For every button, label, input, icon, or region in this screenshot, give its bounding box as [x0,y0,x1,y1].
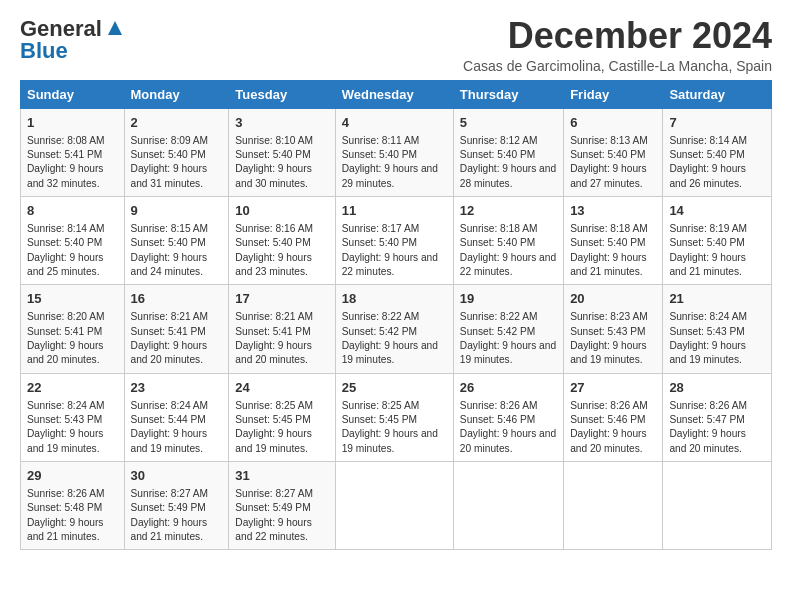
daylight-label: Daylight: 9 hours and 19 minutes. [342,340,438,365]
day-number: 3 [235,114,328,132]
logo-blue-text: Blue [20,38,68,64]
calendar-cell: 21Sunrise: 8:24 AMSunset: 5:43 PMDayligh… [663,285,772,373]
sunrise-label: Sunrise: 8:27 AM [131,488,209,499]
calendar-week-row: 1Sunrise: 8:08 AMSunset: 5:41 PMDaylight… [21,108,772,196]
daylight-label: Daylight: 9 hours and 20 minutes. [235,340,311,365]
sunrise-label: Sunrise: 8:25 AM [342,400,420,411]
daylight-label: Daylight: 9 hours and 21 minutes. [131,517,207,542]
sunset-label: Sunset: 5:40 PM [342,149,417,160]
sunrise-label: Sunrise: 8:14 AM [669,135,747,146]
sunrise-label: Sunrise: 8:26 AM [27,488,105,499]
calendar-cell: 27Sunrise: 8:26 AMSunset: 5:46 PMDayligh… [564,373,663,461]
sunset-label: Sunset: 5:40 PM [235,237,310,248]
sunrise-label: Sunrise: 8:22 AM [342,311,420,322]
calendar-cell: 26Sunrise: 8:26 AMSunset: 5:46 PMDayligh… [453,373,563,461]
day-number: 18 [342,290,447,308]
daylight-label: Daylight: 9 hours and 31 minutes. [131,163,207,188]
sunrise-label: Sunrise: 8:16 AM [235,223,313,234]
calendar-cell: 17Sunrise: 8:21 AMSunset: 5:41 PMDayligh… [229,285,335,373]
calendar-cell: 2Sunrise: 8:09 AMSunset: 5:40 PMDaylight… [124,108,229,196]
daylight-label: Daylight: 9 hours and 32 minutes. [27,163,103,188]
calendar-cell: 11Sunrise: 8:17 AMSunset: 5:40 PMDayligh… [335,196,453,284]
day-number: 8 [27,202,118,220]
daylight-label: Daylight: 9 hours and 21 minutes. [669,252,745,277]
calendar-week-row: 15Sunrise: 8:20 AMSunset: 5:41 PMDayligh… [21,285,772,373]
day-number: 19 [460,290,557,308]
sunrise-label: Sunrise: 8:08 AM [27,135,105,146]
day-number: 7 [669,114,765,132]
daylight-label: Daylight: 9 hours and 19 minutes. [669,340,745,365]
sunset-label: Sunset: 5:49 PM [235,502,310,513]
sunrise-label: Sunrise: 8:14 AM [27,223,105,234]
sunset-label: Sunset: 5:41 PM [27,149,102,160]
sunset-label: Sunset: 5:44 PM [131,414,206,425]
sunset-label: Sunset: 5:41 PM [27,326,102,337]
daylight-label: Daylight: 9 hours and 22 minutes. [342,252,438,277]
sunset-label: Sunset: 5:42 PM [342,326,417,337]
col-friday: Friday [564,80,663,108]
day-number: 15 [27,290,118,308]
daylight-label: Daylight: 9 hours and 25 minutes. [27,252,103,277]
col-sunday: Sunday [21,80,125,108]
daylight-label: Daylight: 9 hours and 22 minutes. [460,252,556,277]
calendar-cell: 8Sunrise: 8:14 AMSunset: 5:40 PMDaylight… [21,196,125,284]
logo: General Blue [20,16,126,64]
calendar-week-row: 22Sunrise: 8:24 AMSunset: 5:43 PMDayligh… [21,373,772,461]
col-tuesday: Tuesday [229,80,335,108]
header: General Blue December 2024 Casas de Garc… [20,16,772,74]
col-saturday: Saturday [663,80,772,108]
sunrise-label: Sunrise: 8:21 AM [131,311,209,322]
day-number: 17 [235,290,328,308]
calendar-cell: 1Sunrise: 8:08 AMSunset: 5:41 PMDaylight… [21,108,125,196]
sunrise-label: Sunrise: 8:22 AM [460,311,538,322]
sunrise-label: Sunrise: 8:26 AM [570,400,648,411]
sunrise-label: Sunrise: 8:11 AM [342,135,420,146]
calendar-cell: 15Sunrise: 8:20 AMSunset: 5:41 PMDayligh… [21,285,125,373]
daylight-label: Daylight: 9 hours and 29 minutes. [342,163,438,188]
sunset-label: Sunset: 5:47 PM [669,414,744,425]
day-number: 28 [669,379,765,397]
sunset-label: Sunset: 5:41 PM [131,326,206,337]
calendar-cell: 3Sunrise: 8:10 AMSunset: 5:40 PMDaylight… [229,108,335,196]
sunrise-label: Sunrise: 8:12 AM [460,135,538,146]
subtitle: Casas de Garcimolina, Castille-La Mancha… [463,58,772,74]
day-number: 10 [235,202,328,220]
calendar-week-row: 8Sunrise: 8:14 AMSunset: 5:40 PMDaylight… [21,196,772,284]
calendar-cell: 30Sunrise: 8:27 AMSunset: 5:49 PMDayligh… [124,461,229,549]
col-wednesday: Wednesday [335,80,453,108]
sunset-label: Sunset: 5:43 PM [27,414,102,425]
day-number: 14 [669,202,765,220]
sunset-label: Sunset: 5:40 PM [570,149,645,160]
col-monday: Monday [124,80,229,108]
calendar-cell: 9Sunrise: 8:15 AMSunset: 5:40 PMDaylight… [124,196,229,284]
calendar-cell: 19Sunrise: 8:22 AMSunset: 5:42 PMDayligh… [453,285,563,373]
calendar-cell: 14Sunrise: 8:19 AMSunset: 5:40 PMDayligh… [663,196,772,284]
sunrise-label: Sunrise: 8:24 AM [669,311,747,322]
day-number: 30 [131,467,223,485]
sunset-label: Sunset: 5:40 PM [342,237,417,248]
sunrise-label: Sunrise: 8:15 AM [131,223,209,234]
daylight-label: Daylight: 9 hours and 19 minutes. [131,428,207,453]
daylight-label: Daylight: 9 hours and 20 minutes. [460,428,556,453]
page: General Blue December 2024 Casas de Garc… [0,0,792,566]
svg-marker-0 [108,21,122,35]
main-title: December 2024 [463,16,772,56]
day-number: 16 [131,290,223,308]
sunset-label: Sunset: 5:40 PM [460,149,535,160]
sunset-label: Sunset: 5:43 PM [570,326,645,337]
sunset-label: Sunset: 5:40 PM [131,149,206,160]
daylight-label: Daylight: 9 hours and 23 minutes. [235,252,311,277]
sunrise-label: Sunrise: 8:09 AM [131,135,209,146]
daylight-label: Daylight: 9 hours and 19 minutes. [460,340,556,365]
sunset-label: Sunset: 5:40 PM [669,237,744,248]
daylight-label: Daylight: 9 hours and 21 minutes. [27,517,103,542]
calendar-cell: 12Sunrise: 8:18 AMSunset: 5:40 PMDayligh… [453,196,563,284]
day-number: 12 [460,202,557,220]
sunrise-label: Sunrise: 8:21 AM [235,311,313,322]
sunset-label: Sunset: 5:49 PM [131,502,206,513]
calendar-cell: 7Sunrise: 8:14 AMSunset: 5:40 PMDaylight… [663,108,772,196]
daylight-label: Daylight: 9 hours and 20 minutes. [570,428,646,453]
daylight-label: Daylight: 9 hours and 21 minutes. [570,252,646,277]
sunset-label: Sunset: 5:40 PM [669,149,744,160]
sunset-label: Sunset: 5:43 PM [669,326,744,337]
